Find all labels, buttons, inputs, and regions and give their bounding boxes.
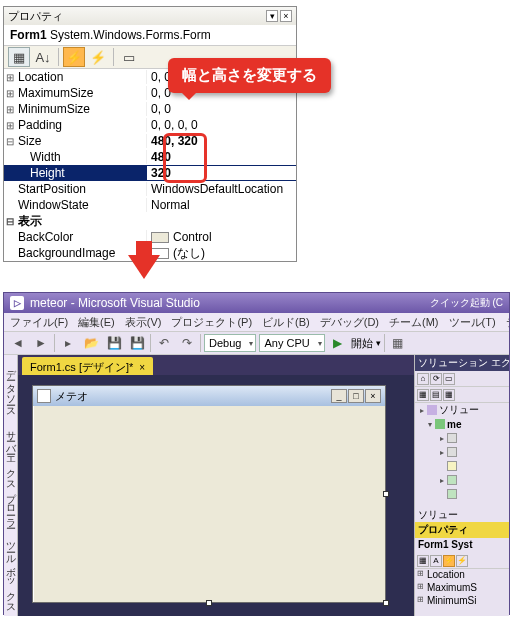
form-designer-surface[interactable]: メテオ _ □ × — [18, 375, 414, 616]
property-row-padding[interactable]: ⊞ Padding 0, 0, 0, 0 — [4, 117, 296, 133]
resize-handle-bottom[interactable] — [206, 600, 212, 606]
resize-handle-right[interactable] — [383, 491, 389, 497]
nav-back-button[interactable]: ◄ — [8, 333, 28, 353]
start-debug-label[interactable]: 開始 — [351, 336, 373, 351]
menu-file[interactable]: ファイル(F) — [6, 314, 72, 331]
properties-button[interactable]: ⚡ — [63, 47, 85, 67]
show-all-icon[interactable]: ▦ — [417, 389, 429, 401]
vs-main-area: Form1.cs [デザイン]* × メテオ _ □ × — [18, 355, 414, 616]
properties-object-picker[interactable]: Form1 System.Windows.Forms.Form — [4, 25, 296, 45]
solution-icon — [427, 405, 437, 415]
categorized-icon[interactable]: ▦ — [417, 555, 429, 567]
start-debug-button[interactable]: ▶ — [328, 333, 348, 353]
property-row-minimumsize[interactable]: ⊞ MinimumSize 0, 0 — [4, 101, 296, 117]
minimize-button[interactable]: _ — [331, 389, 347, 403]
property-row-windowstate[interactable]: WindowState Normal — [4, 197, 296, 213]
property-value[interactable]: 0, 0, 0, 0 — [146, 118, 296, 132]
properties-object-name: Form1 — [10, 28, 47, 42]
toolbar-separator — [384, 334, 385, 352]
collapse-icon[interactable]: ▭ — [443, 373, 455, 385]
close-button[interactable]: × — [365, 389, 381, 403]
maximize-button[interactable]: □ — [348, 389, 364, 403]
resize-handle-corner[interactable] — [383, 600, 389, 606]
menu-edit[interactable]: 編集(E) — [74, 314, 119, 331]
tree-item[interactable] — [415, 487, 509, 501]
property-name: Location — [16, 70, 146, 84]
tab-close-icon[interactable]: × — [139, 362, 145, 373]
property-value[interactable]: 480, 320 — [146, 134, 296, 148]
property-name: MinimumSize — [16, 102, 146, 116]
toolbar-button[interactable]: ▦ — [388, 333, 408, 353]
csproj-icon — [435, 419, 445, 429]
property-value[interactable]: 480 — [146, 150, 296, 164]
annotation-arrow-icon — [128, 255, 160, 279]
property-value[interactable]: Control — [146, 230, 296, 244]
document-tabstrip: Form1.cs [デザイン]* × — [18, 355, 414, 375]
property-category-display[interactable]: ⊟ 表示 — [4, 213, 296, 229]
undo-button[interactable]: ↶ — [154, 333, 174, 353]
properties-panel: プロパティ ▾ × Form1 System.Windows.Forms.For… — [3, 6, 297, 262]
property-value[interactable]: 320 — [146, 166, 296, 180]
mini-prop-minimumsize[interactable]: ⊞MinimumSi — [415, 595, 509, 608]
properties-icon[interactable]: ▤ — [430, 389, 442, 401]
property-pages-button[interactable]: ▭ — [118, 47, 140, 67]
home-icon[interactable]: ⌂ — [417, 373, 429, 385]
refresh-icon[interactable]: ⟳ — [430, 373, 442, 385]
tree-label: me — [447, 419, 461, 430]
property-row-startposition[interactable]: StartPosition WindowsDefaultLocation — [4, 181, 296, 197]
menu-project[interactable]: プロジェクト(P) — [167, 314, 256, 331]
start-debug-dropdown-icon[interactable]: ▾ — [376, 338, 381, 348]
team-explorer-label[interactable]: ソリュー — [415, 507, 509, 522]
side-dock-tabs[interactable]: データソース サーバーエクスプローラー ツールボックス — [4, 355, 18, 616]
categorized-button[interactable]: ▦ — [8, 47, 30, 67]
new-project-button[interactable]: ▸ — [58, 333, 78, 353]
property-value[interactable]: Normal — [146, 198, 296, 212]
property-value[interactable]: (なし) — [146, 245, 296, 262]
alphabetical-button[interactable]: A↓ — [32, 47, 54, 67]
tree-item[interactable]: ▸ — [415, 473, 509, 487]
property-name: Size — [16, 134, 146, 148]
menu-build[interactable]: ビルド(B) — [258, 314, 314, 331]
category-name: 表示 — [16, 213, 296, 230]
save-all-button[interactable]: 💾 — [127, 333, 147, 353]
tree-item[interactable]: ▸ — [415, 445, 509, 459]
open-button[interactable]: 📂 — [81, 333, 101, 353]
cs-file-icon — [447, 489, 457, 499]
nav-fwd-button[interactable]: ► — [31, 333, 51, 353]
quick-launch-label[interactable]: クイック起動 (C — [430, 296, 503, 310]
preview-icon[interactable]: ▦ — [443, 389, 455, 401]
redo-button[interactable]: ↷ — [177, 333, 197, 353]
tree-project-node[interactable]: ▾ me — [415, 417, 509, 431]
alphabetical-icon[interactable]: A — [430, 555, 442, 567]
platform-combo[interactable]: Any CPU — [259, 334, 324, 352]
properties-object-type: System.Windows.Forms.Form — [50, 28, 211, 42]
properties-mini-title: プロパティ — [415, 522, 509, 538]
design-form-window[interactable]: メテオ _ □ × — [32, 385, 386, 603]
menu-team[interactable]: チーム(M) — [385, 314, 443, 331]
events-icon[interactable]: ⚡ — [456, 555, 468, 567]
property-value[interactable]: 0, 0 — [146, 102, 296, 116]
tree-item[interactable]: ▸ — [415, 431, 509, 445]
config-combo[interactable]: Debug — [204, 334, 256, 352]
mini-prop-location[interactable]: ⊞Location — [415, 569, 509, 582]
tab-form-designer[interactable]: Form1.cs [デザイン]* × — [22, 357, 153, 375]
property-value[interactable]: WindowsDefaultLocation — [146, 182, 296, 196]
menu-debug[interactable]: デバッグ(D) — [316, 314, 383, 331]
property-row-height[interactable]: Height 320 — [4, 165, 296, 181]
tree-item[interactable] — [415, 459, 509, 473]
flash-icon[interactable]: ⚡ — [443, 555, 455, 567]
mini-prop-maximumsize[interactable]: ⊞MaximumS — [415, 582, 509, 595]
tree-solution-node[interactable]: ▸ ソリュー — [415, 403, 509, 417]
save-button[interactable]: 💾 — [104, 333, 124, 353]
properties-mini-object[interactable]: Form1 Syst — [415, 538, 509, 553]
menu-test[interactable]: テスト(S) — [502, 314, 509, 331]
toolbar-separator — [58, 48, 59, 66]
property-row-size[interactable]: ⊟ Size 480, 320 — [4, 133, 296, 149]
menu-view[interactable]: 表示(V) — [121, 314, 166, 331]
vs-logo-icon: ▷ — [10, 296, 24, 310]
property-row-width[interactable]: Width 480 — [4, 149, 296, 165]
pin-icon[interactable]: ▾ — [266, 10, 278, 22]
events-button[interactable]: ⚡ — [87, 47, 109, 67]
menu-tools[interactable]: ツール(T) — [445, 314, 500, 331]
close-icon[interactable]: × — [280, 10, 292, 22]
